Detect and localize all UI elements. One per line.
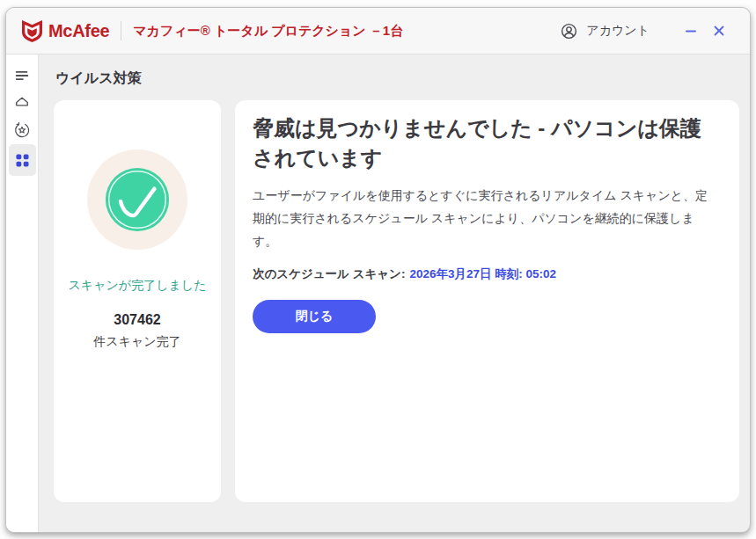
sidebar-item-apps[interactable] (9, 144, 36, 176)
home-icon (13, 94, 31, 112)
result-description: ユーザーがファイルを使用するとすぐに実行されるリアルタイム スキャンと、定期的に… (253, 185, 718, 253)
minimize-button[interactable] (681, 21, 701, 40)
close-button[interactable] (709, 21, 729, 40)
title-bar: McAfee マカフィー® トータル プロテクション －1台 アカウント (6, 8, 750, 55)
sidebar-item-menu[interactable] (9, 62, 36, 88)
mcafee-logo: McAfee (22, 20, 109, 42)
sidebar-item-home[interactable] (9, 90, 36, 115)
close-result-button[interactable]: 閉じる (253, 300, 376, 333)
checkmark-circle-icon (104, 166, 171, 233)
page-title: ウイルス対策 (55, 69, 739, 88)
scan-result-card: 脅威は見つかりませんでした - パソコンは保護されています ユーザーがファイルを… (235, 100, 739, 502)
sidebar-nav (6, 55, 39, 532)
main-content: ウイルス対策 スキャンが完了しました 307462 件スキャン完了 (39, 55, 750, 532)
result-heading: 脅威は見つかりませんでした - パソコンは保護されています (253, 113, 718, 173)
mcafee-shield-icon (22, 20, 42, 42)
next-scan-line: 次のスケジュール スキャン:2026年3月27日 時刻: 05:02 (253, 266, 718, 282)
close-icon (713, 25, 725, 37)
next-scan-label: 次のスケジュール スキャン: (253, 267, 405, 280)
scan-status-text: スキャンが完了しました (69, 278, 207, 294)
scan-count-label: 件スキャン完了 (93, 334, 180, 350)
apps-grid-icon (14, 152, 31, 169)
menu-icon (14, 68, 30, 84)
protection-score-icon (13, 121, 31, 139)
minimize-icon (685, 25, 697, 37)
scan-summary-card: スキャンが完了しました 307462 件スキャン完了 (54, 100, 221, 502)
scan-count: 307462 (114, 312, 160, 328)
account-label: アカウント (586, 23, 650, 39)
titlebar-divider (121, 21, 121, 40)
status-halo (87, 149, 187, 250)
account-button[interactable]: アカウント (560, 22, 650, 40)
account-icon (560, 22, 578, 40)
next-scan-value: 2026年3月27日 時刻: 05:02 (409, 267, 556, 280)
product-title: マカフィー® トータル プロテクション －1台 (133, 23, 403, 40)
brand-name: McAfee (48, 21, 109, 41)
sidebar-item-protection-score[interactable] (9, 117, 36, 142)
mcafee-window: McAfee マカフィー® トータル プロテクション －1台 アカウント (5, 7, 751, 533)
